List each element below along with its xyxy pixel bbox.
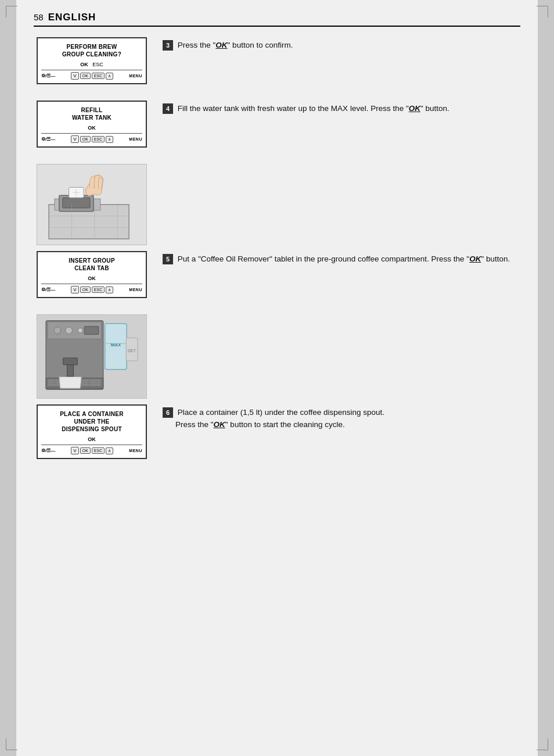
step-6-menu-label: MENU bbox=[129, 449, 142, 453]
svg-point-17 bbox=[66, 327, 73, 334]
step-3-ok-btn: OK bbox=[80, 73, 91, 79]
step-4-icon-left: ⚙/☰— bbox=[41, 137, 55, 142]
left-bar bbox=[0, 0, 16, 756]
step-5-ok-bar: OK bbox=[41, 275, 142, 281]
page-header: 58 ENGLISH bbox=[34, 12, 520, 27]
step-5-menu-label: MENU bbox=[129, 288, 142, 292]
step-4-number: 4 bbox=[163, 103, 173, 114]
step-6-desc: 6 Place a container (1,5 lt) under the c… bbox=[163, 404, 520, 431]
step-5-v-btn: V bbox=[71, 286, 78, 293]
step-6-row: PLACE A CONTAINERUNDER THEDISPENSING SPO… bbox=[34, 404, 520, 459]
svg-rect-33 bbox=[67, 365, 74, 377]
svg-rect-4 bbox=[63, 198, 90, 208]
step-6-text: 6 Place a container (1,5 lt) under the c… bbox=[163, 407, 520, 419]
step-6-btn-group: V OK ESC ∧ bbox=[71, 447, 113, 454]
step-4-screen: REFILLWATER TANK OK ⚙/☰— V OK ESC ∧ MENU bbox=[37, 101, 147, 148]
step-3-device: PERFORM BREWGROUP CLEANING? OK ESC ⚙/☰— … bbox=[34, 37, 150, 84]
step-3-icon-left: ⚙/☰— bbox=[41, 73, 55, 78]
step-5-screen: INSERT GROUPCLEAN TAB OK ⚙/☰— V OK ESC ∧… bbox=[37, 251, 147, 298]
step-3-screen: PERFORM BREWGROUP CLEANING? OK ESC ⚙/☰— … bbox=[37, 37, 147, 84]
step-5-ok-btn: OK bbox=[80, 286, 91, 293]
step-4-screen-title: REFILLWATER TANK bbox=[41, 106, 142, 121]
corner-tl bbox=[6, 6, 17, 17]
step-6-ok-btn: OK bbox=[80, 447, 91, 454]
step-6-photo-row: MAX DET bbox=[34, 314, 520, 399]
svg-text:MAX: MAX bbox=[111, 342, 121, 347]
svg-point-16 bbox=[54, 327, 61, 334]
step-4-btn-group: V OK ESC ∧ bbox=[71, 135, 113, 143]
svg-text:DET: DET bbox=[128, 349, 136, 353]
step-6-screen-title: PLACE A CONTAINERUNDER THEDISPENSING SPO… bbox=[41, 410, 142, 433]
step-3-esc-btn: ESC bbox=[92, 73, 105, 79]
step-5-text: 5 Put a "Coffee Oil Remover" tablet in t… bbox=[163, 253, 520, 266]
step-5-row: INSERT GROUPCLEAN TAB OK ⚙/☰— V OK ESC ∧… bbox=[34, 251, 520, 298]
step-6-number: 6 bbox=[163, 407, 173, 418]
step-3-text: 3 Press the "OK" button to confirm. bbox=[163, 40, 520, 52]
step-3-desc: 3 Press the "OK" button to confirm. bbox=[163, 37, 520, 52]
step-3-buttons: ⚙/☰— V OK ESC ∧ MENU bbox=[41, 70, 142, 80]
step-6-text2: Press the "OK" button to start the clean… bbox=[163, 419, 520, 431]
step-4-up-btn: ∧ bbox=[106, 136, 113, 143]
step-3-screen-title: PERFORM BREWGROUP CLEANING? bbox=[41, 43, 142, 58]
step-3-btn-group: V OK ESC ∧ bbox=[71, 72, 113, 80]
step-5-number: 5 bbox=[163, 254, 173, 264]
svg-rect-32 bbox=[63, 358, 78, 365]
step-6-buttons: ⚙/☰— V OK ESC ∧ MENU bbox=[41, 445, 142, 454]
step-6-photo-spacer bbox=[163, 314, 520, 317]
page-language: ENGLISH bbox=[48, 12, 96, 23]
step-6-icon-left: ⚙/☰— bbox=[41, 448, 55, 453]
step-3-number: 3 bbox=[163, 40, 173, 51]
step-4-v-btn: V bbox=[71, 135, 78, 143]
step-4-esc-btn: ESC bbox=[92, 136, 105, 142]
step-6-screen: PLACE A CONTAINERUNDER THEDISPENSING SPO… bbox=[37, 404, 147, 459]
step-5-image-spacer bbox=[163, 164, 520, 166]
tablet-insertion-illustration bbox=[37, 164, 147, 245]
step-5-btn-group: V OK ESC ∧ bbox=[71, 286, 113, 293]
step-6-esc-btn: ESC bbox=[92, 447, 105, 454]
step-4-desc: 4 Fill the water tank with fresh water u… bbox=[163, 101, 520, 115]
step-3-row: PERFORM BREWGROUP CLEANING? OK ESC ⚙/☰— … bbox=[34, 37, 520, 84]
step-6-device: PLACE A CONTAINERUNDER THEDISPENSING SPO… bbox=[34, 404, 150, 459]
corner-br bbox=[537, 739, 548, 750]
step-4-text: 4 Fill the water tank with fresh water u… bbox=[163, 103, 520, 115]
step-4-menu-label: MENU bbox=[129, 137, 142, 141]
step-3-ok-bar: OK ESC bbox=[41, 62, 142, 67]
step-6-photo-panel: MAX DET bbox=[34, 314, 150, 399]
step-4-ok-bar: OK bbox=[41, 125, 142, 131]
step-4-device: REFILLWATER TANK OK ⚙/☰— V OK ESC ∧ MENU bbox=[34, 101, 150, 148]
step-3-v-btn: V bbox=[71, 72, 78, 80]
step-5-device: INSERT GROUPCLEAN TAB OK ⚙/☰— V OK ESC ∧… bbox=[34, 251, 150, 298]
step-5-screen-title: INSERT GROUPCLEAN TAB bbox=[41, 257, 142, 272]
step-5-illustration-panel bbox=[34, 164, 150, 245]
step-5-illustration-row bbox=[34, 164, 520, 245]
step-4-row: REFILLWATER TANK OK ⚙/☰— V OK ESC ∧ MENU bbox=[34, 101, 520, 148]
svg-point-18 bbox=[78, 328, 82, 333]
step-5-desc: 5 Put a "Coffee Oil Remover" tablet in t… bbox=[163, 251, 520, 266]
step-5-esc-btn: ESC bbox=[92, 286, 105, 293]
step-4-buttons: ⚙/☰— V OK ESC ∧ MENU bbox=[41, 133, 142, 143]
step-4-ok-btn: OK bbox=[80, 136, 91, 142]
right-bar bbox=[538, 0, 554, 756]
corner-bl bbox=[6, 739, 17, 750]
step-3-menu-label: MENU bbox=[129, 74, 142, 78]
step-6-ok-bar: OK bbox=[41, 436, 142, 442]
corner-tr bbox=[537, 6, 548, 17]
step-5-buttons: ⚙/☰— V OK ESC ∧ MENU bbox=[41, 284, 142, 293]
page-number: 58 bbox=[34, 12, 44, 22]
step-6-up-btn: ∧ bbox=[106, 447, 113, 454]
coffee-machine-photo: MAX DET bbox=[37, 314, 147, 399]
step-3-up-btn: ∧ bbox=[106, 73, 113, 80]
step-6-v-btn: V bbox=[71, 447, 78, 454]
svg-rect-19 bbox=[84, 327, 99, 335]
step-5-icon-left: ⚙/☰— bbox=[41, 287, 55, 292]
step-5-up-btn: ∧ bbox=[106, 286, 113, 293]
page-content: 58 ENGLISH PERFORM BREWGROUP CLEANING? O… bbox=[16, 0, 538, 487]
